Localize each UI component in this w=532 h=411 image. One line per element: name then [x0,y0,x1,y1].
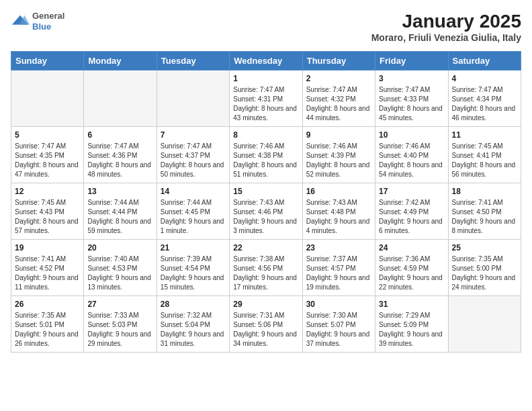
calendar-cell: 8Sunrise: 7:46 AM Sunset: 4:38 PM Daylig… [230,127,302,183]
weekday-header: Tuesday [157,52,229,71]
day-number: 23 [306,243,371,253]
day-number: 28 [161,300,226,309]
calendar-cell [84,71,157,127]
day-number: 16 [306,187,371,196]
day-info: Sunrise: 7:42 AM Sunset: 4:49 PM Dayligh… [379,198,444,236]
day-number: 9 [306,130,371,140]
calendar-week-row: 26Sunrise: 7:35 AM Sunset: 5:01 PM Dayli… [11,296,521,353]
day-info: Sunrise: 7:32 AM Sunset: 5:04 PM Dayligh… [161,311,226,349]
title-block: January 2025 Moraro, Friuli Venezia Giul… [371,11,521,43]
calendar-week-row: 19Sunrise: 7:41 AM Sunset: 4:52 PM Dayli… [11,240,521,296]
calendar-cell: 19Sunrise: 7:41 AM Sunset: 4:52 PM Dayli… [11,240,84,296]
calendar-cell: 1Sunrise: 7:47 AM Sunset: 4:31 PM Daylig… [230,71,302,127]
calendar-cell: 24Sunrise: 7:36 AM Sunset: 4:59 PM Dayli… [375,240,448,296]
calendar-cell: 31Sunrise: 7:29 AM Sunset: 5:09 PM Dayli… [375,296,448,353]
day-info: Sunrise: 7:41 AM Sunset: 4:52 PM Dayligh… [15,255,80,292]
day-number: 24 [379,243,444,253]
calendar-cell: 27Sunrise: 7:33 AM Sunset: 5:03 PM Dayli… [84,296,157,353]
day-number: 12 [15,187,80,196]
logo-top: General [32,11,64,21]
calendar-title: January 2025 [371,11,521,32]
logo-bottom: Blue [32,21,64,32]
day-number: 7 [161,130,226,140]
day-number: 25 [452,243,517,253]
day-info: Sunrise: 7:29 AM Sunset: 5:09 PM Dayligh… [379,311,444,349]
calendar-cell [11,71,84,127]
day-info: Sunrise: 7:41 AM Sunset: 4:50 PM Dayligh… [452,198,517,236]
day-info: Sunrise: 7:40 AM Sunset: 4:53 PM Dayligh… [87,255,152,292]
calendar-cell: 4Sunrise: 7:47 AM Sunset: 4:34 PM Daylig… [448,71,521,127]
day-info: Sunrise: 7:43 AM Sunset: 4:48 PM Dayligh… [306,198,371,236]
calendar-cell: 3Sunrise: 7:47 AM Sunset: 4:33 PM Daylig… [375,71,448,127]
weekday-header-row: SundayMondayTuesdayWednesdayThursdayFrid… [11,52,521,71]
day-info: Sunrise: 7:47 AM Sunset: 4:34 PM Dayligh… [452,85,517,123]
calendar-week-row: 5Sunrise: 7:47 AM Sunset: 4:35 PM Daylig… [11,127,521,183]
day-info: Sunrise: 7:35 AM Sunset: 5:00 PM Dayligh… [452,255,517,292]
weekday-header: Monday [84,52,157,71]
calendar-subtitle: Moraro, Friuli Venezia Giulia, Italy [371,32,521,43]
logo: General Blue [11,11,64,32]
day-number: 27 [87,300,152,309]
page-header: General Blue January 2025 Moraro, Friuli… [11,11,521,43]
day-info: Sunrise: 7:47 AM Sunset: 4:37 PM Dayligh… [161,142,226,179]
day-number: 4 [452,74,517,83]
calendar-cell: 12Sunrise: 7:45 AM Sunset: 4:43 PM Dayli… [11,183,84,240]
day-info: Sunrise: 7:39 AM Sunset: 4:54 PM Dayligh… [161,255,226,292]
calendar-cell: 28Sunrise: 7:32 AM Sunset: 5:04 PM Dayli… [157,296,229,353]
day-number: 31 [379,300,444,309]
day-info: Sunrise: 7:45 AM Sunset: 4:41 PM Dayligh… [452,142,517,179]
calendar-cell: 18Sunrise: 7:41 AM Sunset: 4:50 PM Dayli… [448,183,521,240]
day-info: Sunrise: 7:31 AM Sunset: 5:06 PM Dayligh… [233,311,298,349]
day-number: 29 [233,300,298,309]
calendar-cell: 25Sunrise: 7:35 AM Sunset: 5:00 PM Dayli… [448,240,521,296]
day-number: 30 [306,300,371,309]
day-number: 15 [233,187,298,196]
logo-text: General Blue [32,11,64,32]
calendar-week-row: 12Sunrise: 7:45 AM Sunset: 4:43 PM Dayli… [11,183,521,240]
day-number: 10 [379,130,444,140]
day-info: Sunrise: 7:35 AM Sunset: 5:01 PM Dayligh… [15,311,80,349]
day-info: Sunrise: 7:46 AM Sunset: 4:38 PM Dayligh… [233,142,298,179]
day-info: Sunrise: 7:37 AM Sunset: 4:57 PM Dayligh… [306,255,371,292]
weekday-header: Saturday [448,52,521,71]
day-number: 20 [87,243,152,253]
day-number: 3 [379,74,444,83]
calendar-cell [157,71,229,127]
calendar-cell: 23Sunrise: 7:37 AM Sunset: 4:57 PM Dayli… [302,240,375,296]
day-info: Sunrise: 7:38 AM Sunset: 4:56 PM Dayligh… [233,255,298,292]
day-number: 18 [452,187,517,196]
calendar-cell: 21Sunrise: 7:39 AM Sunset: 4:54 PM Dayli… [157,240,229,296]
calendar-cell: 11Sunrise: 7:45 AM Sunset: 4:41 PM Dayli… [448,127,521,183]
calendar-cell: 14Sunrise: 7:44 AM Sunset: 4:45 PM Dayli… [157,183,229,240]
day-info: Sunrise: 7:47 AM Sunset: 4:36 PM Dayligh… [87,142,152,179]
day-info: Sunrise: 7:47 AM Sunset: 4:33 PM Dayligh… [379,85,444,123]
day-number: 5 [15,130,80,140]
day-info: Sunrise: 7:44 AM Sunset: 4:44 PM Dayligh… [87,198,152,236]
calendar-week-row: 1Sunrise: 7:47 AM Sunset: 4:31 PM Daylig… [11,71,521,127]
day-info: Sunrise: 7:47 AM Sunset: 4:31 PM Dayligh… [233,85,298,123]
calendar-cell: 9Sunrise: 7:46 AM Sunset: 4:39 PM Daylig… [302,127,375,183]
calendar-cell: 29Sunrise: 7:31 AM Sunset: 5:06 PM Dayli… [230,296,302,353]
day-info: Sunrise: 7:36 AM Sunset: 4:59 PM Dayligh… [379,255,444,292]
day-info: Sunrise: 7:43 AM Sunset: 4:46 PM Dayligh… [233,198,298,236]
day-number: 14 [161,187,226,196]
day-number: 8 [233,130,298,140]
calendar-cell: 15Sunrise: 7:43 AM Sunset: 4:46 PM Dayli… [230,183,302,240]
day-info: Sunrise: 7:46 AM Sunset: 4:39 PM Dayligh… [306,142,371,179]
calendar-cell: 7Sunrise: 7:47 AM Sunset: 4:37 PM Daylig… [157,127,229,183]
calendar-cell: 2Sunrise: 7:47 AM Sunset: 4:32 PM Daylig… [302,71,375,127]
day-number: 21 [161,243,226,253]
weekday-header: Friday [375,52,448,71]
weekday-header: Sunday [11,52,84,71]
day-info: Sunrise: 7:45 AM Sunset: 4:43 PM Dayligh… [15,198,80,236]
day-number: 13 [87,187,152,196]
calendar-cell: 20Sunrise: 7:40 AM Sunset: 4:53 PM Dayli… [84,240,157,296]
calendar-cell [448,296,521,353]
day-number: 22 [233,243,298,253]
calendar-cell: 13Sunrise: 7:44 AM Sunset: 4:44 PM Dayli… [84,183,157,240]
calendar-cell: 17Sunrise: 7:42 AM Sunset: 4:49 PM Dayli… [375,183,448,240]
calendar-cell: 5Sunrise: 7:47 AM Sunset: 4:35 PM Daylig… [11,127,84,183]
day-number: 17 [379,187,444,196]
calendar-cell: 16Sunrise: 7:43 AM Sunset: 4:48 PM Dayli… [302,183,375,240]
day-info: Sunrise: 7:33 AM Sunset: 5:03 PM Dayligh… [87,311,152,349]
